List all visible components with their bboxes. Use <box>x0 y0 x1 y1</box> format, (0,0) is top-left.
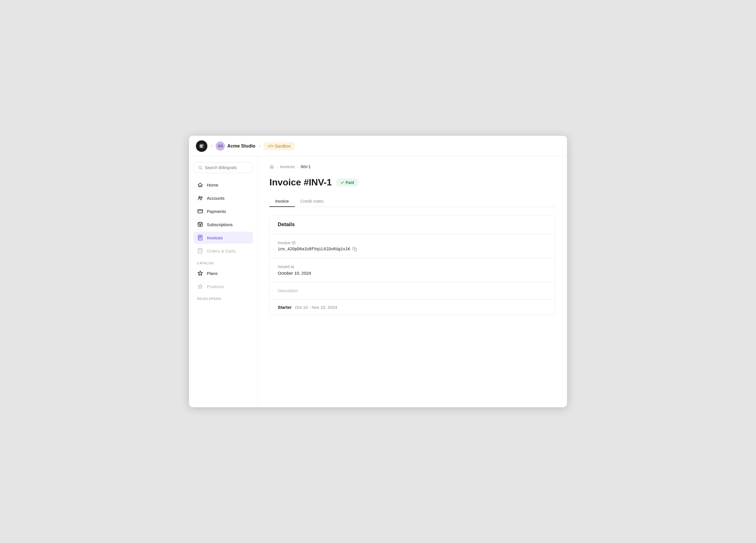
details-card: Details Invoice ID inv_42OpD6a3zBfVqiL6l… <box>269 215 556 315</box>
sidebar-label-invoices: Invoices <box>207 235 223 240</box>
tab-invoice[interactable]: Invoice <box>269 196 295 207</box>
invoice-id-value: inv_42OpD6a3zBfVqiL6lDxKUg1slK <box>278 247 547 252</box>
line-item-row: Starter Oct 10 - Nov 10, 2024 <box>270 299 555 315</box>
subscriptions-icon <box>197 221 203 228</box>
content-area: › Invoices › INV-1 Invoice #INV-1 Paid I… <box>258 157 567 407</box>
sidebar-label-accounts: Accounts <box>207 196 225 201</box>
breadcrumb: › Invoices › INV-1 <box>269 165 556 169</box>
payments-icon <box>197 208 203 215</box>
sidebar-item-products[interactable]: Products <box>194 280 253 292</box>
details-card-header: Details <box>270 215 555 234</box>
breadcrumb-sep-1: › <box>276 165 278 169</box>
search-icon <box>198 165 203 170</box>
line-item-period: Oct 10 - Nov 10, 2024 <box>295 305 337 310</box>
breadcrumb-inv1: INV-1 <box>301 165 311 169</box>
sidebar-item-invoices[interactable]: Invoices <box>194 232 253 244</box>
sidebar-label-products: Products <box>207 284 224 289</box>
org-avatar: AS <box>216 142 225 151</box>
sidebar-item-subscriptions[interactable]: Subscriptions <box>194 219 253 231</box>
sandbox-badge[interactable]: </> Sandbox <box>264 142 294 150</box>
issued-at-label: Issued at <box>278 264 547 269</box>
home-icon <box>197 182 203 188</box>
tab-credit-notes[interactable]: Credit notes <box>295 196 329 207</box>
invoice-id-label: Invoice ID <box>278 241 547 245</box>
app-window: › AS Acme Studio › </> Sandbox <box>189 136 567 407</box>
search-input[interactable] <box>205 165 249 170</box>
check-icon <box>340 181 344 185</box>
main-layout: Home Accounts Payments <box>189 157 567 407</box>
topbar-chevron-1: › <box>211 144 212 149</box>
org-name: Acme Studio <box>227 144 255 149</box>
page-title: Invoice #INV-1 <box>269 177 332 188</box>
breadcrumb-invoices[interactable]: Invoices <box>280 165 295 169</box>
svg-rect-17 <box>354 249 357 251</box>
svg-point-4 <box>201 197 202 198</box>
breadcrumb-home-icon <box>269 165 274 169</box>
sidebar: Home Accounts Payments <box>189 157 258 407</box>
page-header: Invoice #INV-1 Paid <box>269 177 556 188</box>
search-box[interactable] <box>194 162 253 173</box>
sidebar-item-home[interactable]: Home <box>194 179 253 191</box>
status-badge: Paid <box>336 179 358 187</box>
catalog-section-label: CATALOG <box>194 258 253 266</box>
app-logo <box>196 140 207 152</box>
invoice-id-section: Invoice ID inv_42OpD6a3zBfVqiL6lDxKUg1sl… <box>270 234 555 258</box>
sidebar-label-payments: Payments <box>207 209 226 214</box>
tabs: Invoice Credit notes <box>269 196 556 207</box>
line-item-name: Starter <box>278 305 292 310</box>
sidebar-item-accounts[interactable]: Accounts <box>194 192 253 204</box>
svg-rect-5 <box>198 210 203 213</box>
svg-point-3 <box>199 196 200 198</box>
developers-section-label: DEVELOPERS <box>194 293 253 301</box>
sidebar-label-home: Home <box>207 183 218 188</box>
svg-point-11 <box>200 225 200 226</box>
sidebar-label-subscriptions: Subscriptions <box>207 222 233 227</box>
sidebar-label-orders: Orders & Carts <box>207 249 236 254</box>
plans-icon <box>197 270 203 276</box>
description-label: Description <box>278 288 547 293</box>
sidebar-item-plans[interactable]: Plans <box>194 267 253 279</box>
sidebar-item-payments[interactable]: Payments <box>194 205 253 217</box>
svg-line-2 <box>201 169 202 170</box>
accounts-icon <box>197 195 203 201</box>
issued-at-section: Issued at October 10, 2024 <box>270 258 555 282</box>
breadcrumb-sep-2: › <box>297 165 298 169</box>
invoices-icon <box>197 235 203 241</box>
orders-icon <box>197 248 203 254</box>
products-icon <box>197 283 203 289</box>
topbar-chevron-2: › <box>259 144 260 149</box>
top-bar: › AS Acme Studio › </> Sandbox <box>189 136 567 157</box>
org-badge[interactable]: AS Acme Studio <box>216 142 255 151</box>
copy-button[interactable] <box>352 247 357 252</box>
sidebar-label-plans: Plans <box>207 271 218 276</box>
issued-at-value: October 10, 2024 <box>278 271 547 275</box>
sidebar-item-orders[interactable]: Orders & Carts <box>194 245 253 257</box>
description-section: Description <box>270 282 555 299</box>
